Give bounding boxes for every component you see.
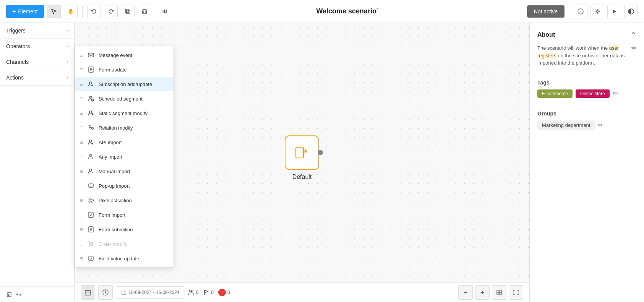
sidebar: Triggers › Operators › Channels › Action… <box>0 23 75 302</box>
tag-online-store: Online store <box>576 89 610 98</box>
svg-text:i: i <box>580 9 581 14</box>
svg-rect-60 <box>500 290 501 292</box>
form-update-icon <box>87 66 95 73</box>
about-collapse-button[interactable]: ⌃ <box>631 31 636 39</box>
not-active-button[interactable]: Not active <box>527 5 565 18</box>
dropdown-item-popup-import[interactable]: Pop-up import <box>75 179 174 193</box>
grid-view-button[interactable] <box>492 285 506 300</box>
node-label: Default <box>292 174 312 180</box>
scenario-title: Welcome scenario* <box>170 7 524 15</box>
bottom-bar: 10-09-2024 - 16-09-2024 0 0 ! 0 <box>75 282 529 302</box>
about-title: About <box>537 31 555 38</box>
dropdown-item-static-segment[interactable]: Static segment modify <box>75 106 174 120</box>
dropdown-item-relation-modify[interactable]: Relation modify <box>75 120 174 135</box>
groups-title: Groups <box>537 110 556 117</box>
select-tool-button[interactable] <box>47 5 61 18</box>
sidebar-item-triggers[interactable]: Triggers › <box>0 23 74 39</box>
node-box[interactable] <box>285 135 319 170</box>
scheduled-segment-icon <box>87 95 95 102</box>
element-button[interactable]: Element <box>6 5 44 18</box>
about-description: The scenario will work when the user reg… <box>537 44 628 67</box>
form-submition-icon <box>87 226 95 233</box>
dropdown-item-message-event[interactable]: Message event <box>75 48 174 62</box>
svg-rect-1 <box>127 10 130 14</box>
delete-button[interactable] <box>138 5 151 18</box>
group-marketing: Marketing department <box>537 120 595 130</box>
form-import-icon <box>87 211 95 219</box>
drag-handle-icon <box>80 112 83 115</box>
sidebar-item-operators[interactable]: Operators › <box>0 39 74 54</box>
hand-tool-button[interactable]: ✋ <box>64 5 78 18</box>
play-button[interactable] <box>607 5 621 18</box>
zoom-out-button[interactable] <box>458 285 473 300</box>
dropdown-item-form-submition[interactable]: Form submition <box>75 222 174 237</box>
stat-flag: 0 <box>203 289 214 296</box>
tag-ecommerce: E-commerce <box>537 89 573 98</box>
bottom-bar-left: 10-09-2024 - 16-09-2024 0 0 ! 0 <box>81 285 230 300</box>
theme-button[interactable] <box>624 5 638 18</box>
sidebar-bin[interactable]: Bin <box>0 286 74 302</box>
tags-edit-button[interactable]: ✏ <box>613 90 618 97</box>
svg-rect-45 <box>296 147 303 158</box>
dropdown-item-order-modify[interactable]: Order modify <box>75 237 174 251</box>
zoom-in-button[interactable] <box>475 285 490 300</box>
alert-badge: ! <box>218 289 226 296</box>
about-edit-button[interactable]: ✏ <box>631 44 636 52</box>
divider-2 <box>537 105 636 105</box>
dropdown-item-subscription[interactable]: Subscription add/update <box>75 77 174 91</box>
svg-point-20 <box>89 111 92 113</box>
toolbar-separator-1 <box>82 6 83 17</box>
about-section-header: About ⌃ <box>537 31 636 39</box>
node-login-icon <box>294 144 310 161</box>
drag-handle-icon <box>80 243 83 245</box>
main-layout: Triggers › Operators › Channels › Action… <box>0 23 644 302</box>
info-button[interactable]: i <box>574 5 587 18</box>
tags-title: Tags <box>537 80 550 86</box>
drag-handle-icon <box>80 127 83 129</box>
svg-rect-10 <box>88 53 94 57</box>
svg-line-25 <box>91 127 92 128</box>
triggers-arrow-icon: › <box>67 28 68 33</box>
clock-view-button[interactable] <box>98 285 113 300</box>
bottom-bar-right <box>458 285 523 300</box>
drag-handle-icon <box>80 257 83 260</box>
drag-handle-icon <box>80 170 83 173</box>
sidebar-item-actions[interactable]: Actions › <box>0 70 74 86</box>
settings-button[interactable] <box>590 5 604 18</box>
svg-rect-61 <box>497 292 499 294</box>
dropdown-item-pixel-activation[interactable]: Pixel activation <box>75 193 174 208</box>
tags-section: Tags E-commerce Online store ✏ <box>537 80 636 98</box>
drag-handle-icon <box>80 156 83 158</box>
manual-import-icon <box>87 167 95 175</box>
undo-button[interactable] <box>87 5 101 18</box>
dropdown-item-manual-import[interactable]: Manual import <box>75 164 174 179</box>
svg-rect-62 <box>500 292 501 294</box>
channels-arrow-icon: › <box>67 59 68 65</box>
dropdown-item-form-import[interactable]: Form import <box>75 208 174 222</box>
dropdown-item-form-update[interactable]: Form update <box>75 62 174 77</box>
redo-button[interactable] <box>104 5 118 18</box>
dropdown-item-any-import[interactable]: Any import <box>75 149 174 164</box>
dropdown-item-field-value-update[interactable]: Field value update <box>75 251 174 266</box>
order-modify-icon <box>87 240 95 248</box>
sidebar-item-channels[interactable]: Channels › <box>0 54 74 70</box>
dropdown-item-api-import[interactable]: API import <box>75 135 174 149</box>
date-range-display: 10-09-2024 - 16-09-2024 <box>116 286 185 299</box>
groups-edit-button[interactable]: ✏ <box>598 122 603 129</box>
default-node[interactable]: Default <box>285 135 319 180</box>
copy-button[interactable] <box>121 5 135 18</box>
fullscreen-button[interactable] <box>509 285 523 300</box>
svg-rect-46 <box>85 291 91 295</box>
svg-point-43 <box>92 245 92 246</box>
svg-point-26 <box>89 140 92 142</box>
drag-handle-icon <box>80 185 83 187</box>
dropdown-item-scheduled-segment[interactable]: Scheduled segment <box>75 91 174 106</box>
calendar-view-button[interactable] <box>81 285 95 300</box>
node-connector[interactable] <box>318 150 323 155</box>
triggers-dropdown: Message event Form update Subscription a… <box>75 46 174 268</box>
svg-text:✋: ✋ <box>68 8 74 15</box>
message-event-icon <box>87 51 95 59</box>
svg-point-6 <box>597 10 599 12</box>
svg-point-42 <box>90 245 91 246</box>
relation-modify-icon <box>87 124 95 132</box>
